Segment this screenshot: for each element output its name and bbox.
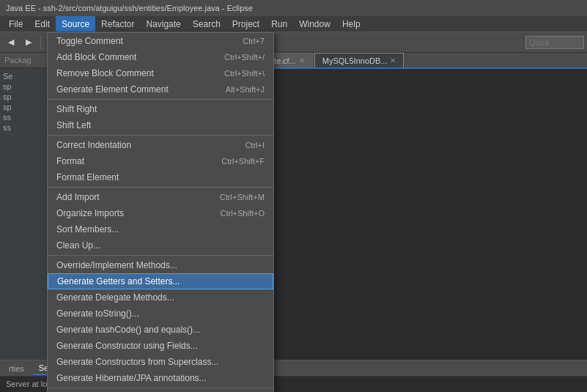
toolbar-fwd[interactable]: ▶ [21,34,37,51]
menu-sort-members[interactable]: Sort Members... [48,221,273,237]
toolbar-sep1 [40,36,41,49]
separator-3 [48,187,273,188]
menu-shift-left[interactable]: Shift Left [48,117,273,133]
title-text: Java EE - ssh-2/src/com/atguigu/ssh/enti… [6,4,253,12]
menu-help[interactable]: Help [336,16,366,32]
sidebar-content: Se sp sp sp ss ss [0,68,49,136]
menu-override-implement[interactable]: Override/Implement Methods... [48,257,273,273]
menu-source[interactable]: Source [56,16,95,32]
sidebar-tab[interactable]: Packag [0,53,49,68]
menu-search[interactable]: Search [187,16,226,32]
separator-5 [48,388,273,388]
tab-hib-close[interactable]: ✕ [299,56,305,64]
bottom-tab-properties[interactable]: rties [3,363,30,374]
separator-2 [48,135,273,136]
menu-refactor[interactable]: Refactor [95,16,140,32]
menu-correct-indentation[interactable]: Correct Indentation Ctrl+I [48,137,273,153]
sidebar-item-0[interactable]: Se [3,71,46,81]
menu-file[interactable]: File [3,16,29,32]
title-bar: Java EE - ssh-2/src/com/atguigu/ssh/enti… [0,0,587,16]
sidebar-item-1[interactable]: sp [3,81,46,92]
quick-access-input[interactable] [525,36,584,49]
menu-generate-hashcode[interactable]: Generate hashCode() and equals()... [48,322,273,338]
menu-generate-tostring[interactable]: Generate toString()... [48,306,273,322]
menu-shift-right[interactable]: Shift Right [48,101,273,117]
menu-edit[interactable]: Edit [29,16,56,32]
toolbar-back[interactable]: ◀ [3,34,19,51]
menu-window[interactable]: Window [293,16,336,32]
menu-navigate[interactable]: Navigate [140,16,186,32]
menu-project[interactable]: Project [226,16,265,32]
menu-generate-delegate[interactable]: Generate Delegate Methods... [48,289,273,306]
separator-1 [48,99,273,100]
menu-bar: File Edit Source Refactor Navigate Searc… [0,16,587,32]
sidebar: Packag Se sp sp sp ss ss [0,53,50,360]
menu-generate-constructor-fields[interactable]: Generate Constructor using Fields... [48,338,273,354]
menu-generate-hibernate-jpa[interactable]: Generate Hibernate/JPA annotations... [48,370,273,386]
menu-format-element[interactable]: Format Element [48,169,273,185]
separator-4 [48,255,273,256]
menu-run[interactable]: Run [265,16,293,32]
sidebar-item-5[interactable]: ss [3,122,46,133]
sidebar-item-3[interactable]: sp [3,102,46,112]
menu-format[interactable]: Format Ctrl+Shift+F [48,153,273,169]
menu-add-import[interactable]: Add Import Ctrl+Shift+M [48,189,273,205]
tab-mysql[interactable]: MySQL5InnoDB... ✕ [314,53,405,67]
menu-toggle-comment[interactable]: Toggle Comment Ctrl+7 [48,33,273,49]
sidebar-item-2[interactable]: sp [3,92,46,102]
menu-generate-constructors-superclass[interactable]: Generate Constructors from Superclass... [48,354,273,370]
sidebar-item-4[interactable]: ss [3,112,46,122]
source-menu: Toggle Comment Ctrl+7 Add Block Comment … [47,32,274,392]
menu-add-block-comment[interactable]: Add Block Comment Ctrl+Shift+/ [48,49,273,65]
menu-clean-up[interactable]: Clean Up... [48,237,273,254]
tab-mysql-close[interactable]: ✕ [390,56,396,64]
menu-remove-block-comment[interactable]: Remove Block Comment Ctrl+Shift+\ [48,65,273,81]
menu-organize-imports[interactable]: Organize Imports Ctrl+Shift+O [48,205,273,221]
menu-generate-element-comment[interactable]: Generate Element Comment Alt+Shift+J [48,81,273,97]
menu-generate-getters-setters[interactable]: Generate Getters and Setters... [48,273,273,289]
